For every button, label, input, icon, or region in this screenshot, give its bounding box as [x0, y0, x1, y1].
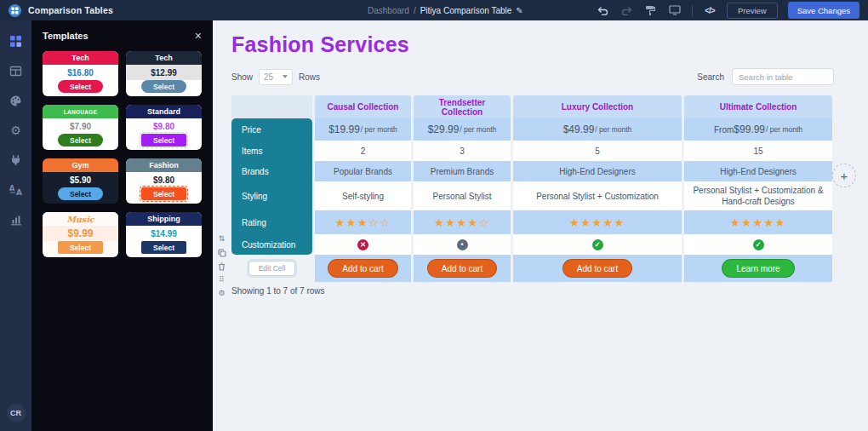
template-select-button[interactable]: Select — [141, 134, 186, 147]
stars-filled: ★★★★★ — [730, 216, 786, 229]
add-to-cart-button[interactable]: Add to cart — [328, 259, 397, 278]
template-select-button[interactable]: Select — [58, 187, 103, 200]
customization-cell[interactable]: ✓ — [684, 234, 832, 255]
add-column-button[interactable]: + — [832, 164, 856, 187]
row-label-items[interactable]: Items — [231, 141, 312, 161]
row-label-customization[interactable]: Customization — [231, 234, 312, 255]
user-avatar[interactable]: CR — [7, 404, 26, 422]
check-icon: ✓ — [753, 239, 764, 250]
drag-handle-icon[interactable]: ⠿ — [217, 275, 226, 284]
edit-cell-slot: Edit Cell — [231, 255, 312, 282]
sidebar-item-tables[interactable] — [9, 64, 23, 78]
preview-button[interactable]: Preview — [727, 3, 778, 19]
brands-cell[interactable]: High-End Designers — [684, 161, 832, 181]
template-select-button[interactable]: Select — [141, 80, 186, 93]
edit-title-pencil-icon[interactable]: ✎ — [516, 6, 523, 15]
close-icon[interactable]: × — [195, 30, 202, 42]
price-cell[interactable]: $19.99/ per month — [315, 118, 411, 141]
column-header[interactable]: Causal Collection — [315, 95, 411, 118]
duplicate-icon[interactable] — [217, 248, 226, 257]
template-select-button[interactable]: Select — [58, 241, 103, 254]
styling-cell[interactable]: Self-styling — [315, 181, 411, 210]
template-card-tech-red[interactable]: Tech $16.80 Select — [43, 51, 118, 96]
customization-cell[interactable]: ✓ — [513, 234, 682, 255]
template-select-button[interactable]: Select — [58, 80, 103, 93]
row-label-rating[interactable]: Rating — [231, 210, 312, 234]
row-label-styling[interactable]: Styling — [231, 181, 312, 210]
template-card-standard[interactable]: Standard $9.80 Select — [126, 105, 202, 150]
price-cell[interactable]: From $99.99/ per month — [684, 118, 832, 141]
items-cell[interactable]: 2 — [315, 141, 411, 161]
page-size-select[interactable]: 25 — [259, 69, 293, 85]
customization-cell[interactable]: • — [414, 234, 511, 255]
sidebar-item-dashboard[interactable] — [9, 34, 23, 48]
undo-icon[interactable] — [597, 4, 610, 16]
column-header[interactable]: Ultimate Collection — [684, 95, 832, 118]
template-card-tech-dark[interactable]: Tech $12.99 Select — [126, 51, 202, 96]
price-cell[interactable]: $29.99/ per month — [414, 118, 511, 141]
template-name: Shipping — [126, 212, 202, 226]
templates-panel: Templates × Tech $16.80 Select Tech $12.… — [31, 20, 213, 431]
save-changes-button[interactable]: Save Changes — [788, 2, 859, 19]
sidebar-item-integrations-plug[interactable] — [9, 153, 23, 167]
price-amount: $19.99 — [328, 124, 360, 135]
learn-more-button[interactable]: Learn more — [722, 259, 794, 278]
brands-cell[interactable]: High-End Designers — [513, 161, 682, 181]
template-select-button[interactable]: Select — [141, 187, 186, 200]
search-input[interactable] — [732, 68, 834, 85]
rating-cell[interactable]: ★★★★☆ — [414, 210, 511, 234]
svg-text:A: A — [9, 185, 15, 193]
add-to-cart-button[interactable]: Add to cart — [427, 259, 497, 278]
code-embed-icon[interactable]: </> — [703, 4, 717, 16]
top-bar: Comparison Tables Dashboard / Pitiya Com… — [0, 0, 868, 20]
breadcrumb-current-page: Pitiya Comparison Table — [420, 6, 512, 15]
stars-empty: ☆ — [479, 216, 490, 229]
items-cell[interactable]: 5 — [513, 141, 682, 161]
column-header[interactable]: Trendsetter Collection — [414, 95, 511, 118]
sidebar-item-translate[interactable]: AA — [9, 183, 23, 197]
template-name: Gym — [43, 158, 118, 172]
star-rating: ★★★★★ — [730, 216, 786, 229]
brands-cell[interactable]: Premium Brands — [414, 161, 511, 181]
price-cell[interactable]: $49.99/ per month — [513, 118, 682, 141]
rating-cell[interactable]: ★★★☆☆ — [315, 210, 411, 234]
table-header-blank-cell[interactable] — [231, 95, 312, 118]
items-cell[interactable]: 3 — [414, 141, 511, 161]
sidebar-item-appearance-palette[interactable] — [9, 94, 23, 107]
template-select-button[interactable]: Select — [141, 241, 186, 254]
template-card-shipping[interactable]: Shipping $14.99 Select — [126, 212, 202, 257]
breadcrumb-dashboard-link[interactable]: Dashboard — [368, 6, 409, 15]
redo-icon[interactable] — [620, 4, 634, 16]
template-name: Tech — [126, 51, 202, 65]
sidebar-item-analytics-chart[interactable] — [9, 213, 23, 227]
page-size-value: 25 — [264, 72, 273, 82]
sidebar-item-settings-gear[interactable]: ⚙ — [9, 124, 23, 137]
paint-roller-icon[interactable] — [644, 4, 658, 16]
add-to-cart-button[interactable]: Add to cart — [562, 259, 632, 278]
monitor-icon[interactable] — [668, 4, 682, 16]
template-card-fashion[interactable]: Fashion $9.80 Select — [126, 158, 202, 204]
customization-cell[interactable]: ✕ — [315, 234, 411, 255]
template-card-gym[interactable]: Gym $5.90 Select — [43, 158, 118, 204]
styling-cell[interactable]: Personal Stylist + Customization — [513, 181, 682, 210]
row-label-price[interactable]: Price — [231, 118, 312, 141]
column-header[interactable]: Luxury Collection — [513, 95, 682, 118]
items-cell[interactable]: 15 — [684, 141, 832, 161]
delete-trash-icon[interactable] — [217, 261, 226, 271]
rating-cell[interactable]: ★★★★★ — [513, 210, 682, 234]
styling-cell[interactable]: Personal Stylist — [414, 181, 511, 210]
styling-cell[interactable]: Personal Stylist + Customization & Hand-… — [684, 181, 832, 210]
row-settings-gear-icon[interactable]: ⚙ — [217, 289, 226, 298]
price-amount: $49.99 — [563, 124, 595, 135]
row-label-column: Price Items Brands Styling Rating Custom… — [231, 118, 312, 255]
brands-cell[interactable]: Popular Brands — [315, 161, 411, 181]
template-name: Standard — [126, 105, 202, 118]
price-suffix: / per month — [460, 125, 496, 134]
rating-cell[interactable]: ★★★★★ — [684, 210, 832, 234]
template-select-button[interactable]: Select — [58, 134, 103, 147]
row-label-brands[interactable]: Brands — [231, 161, 312, 181]
move-updown-icon[interactable]: ⇅ — [217, 234, 226, 244]
template-card-music[interactable]: Music $9.99 Select — [43, 212, 118, 257]
template-card-language[interactable]: LANGUAGE $7.90 Select — [43, 105, 118, 150]
edit-cell-button[interactable]: Edit Cell — [248, 261, 296, 276]
